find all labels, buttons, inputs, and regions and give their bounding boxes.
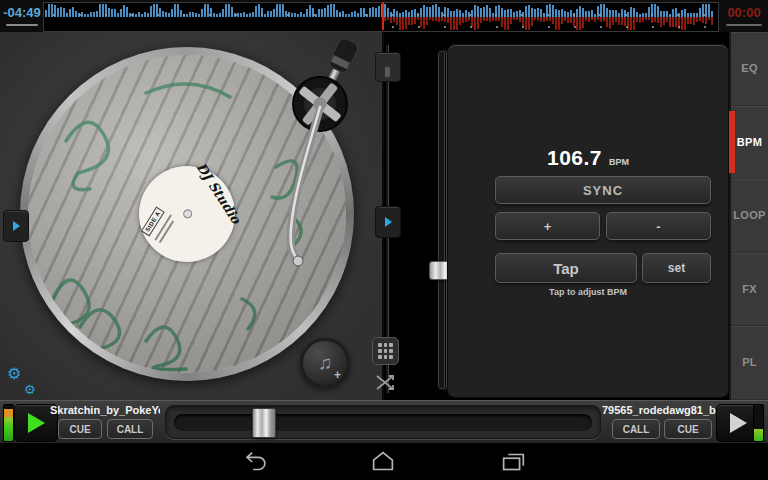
bpm-increase-button[interactable]: + (495, 212, 600, 240)
tap-button[interactable]: Tap (495, 253, 637, 283)
arrow-right-icon (385, 217, 392, 227)
music-note-icon: ♫ (318, 352, 332, 374)
tab-label: EQ (741, 62, 758, 74)
deck-a-time-underline (6, 24, 38, 26)
active-tab-indicator (729, 111, 735, 174)
deck-b-time-underline (726, 24, 762, 26)
tab-eq[interactable]: EQ (731, 32, 768, 106)
tab-loop[interactable]: LOOP (731, 179, 768, 253)
arrow-right-icon (13, 221, 20, 231)
cue-button-deck-b[interactable]: CUE (664, 419, 712, 439)
bpm-value: 106.7 (547, 146, 602, 169)
vu-level (4, 409, 13, 441)
crossed-arrows-icon (375, 373, 397, 393)
call-button-deck-b[interactable]: CALL (612, 419, 660, 439)
tab-bpm[interactable]: BPM (731, 106, 768, 180)
rail-slider-handle[interactable] (375, 52, 401, 82)
crossfade-swap-button[interactable] (373, 370, 399, 396)
deck-a-time-remaining: -04:49 (2, 5, 42, 20)
android-nav-bar (0, 443, 768, 480)
tab-fx[interactable]: FX (731, 253, 768, 327)
handle-notch (385, 67, 390, 77)
dj-studio-screen: -04:49 00:00 (0, 0, 768, 480)
bpm-unit-label: BPM (609, 157, 629, 167)
crossfader-handle[interactable] (252, 408, 276, 438)
right-sidebar: EQ BPM LOOP FX PL (729, 32, 768, 400)
playhead-marker (382, 2, 384, 30)
vu-meter-deck-a (3, 404, 14, 442)
waveform-deck-b[interactable] (384, 17, 715, 30)
back-button[interactable] (240, 447, 270, 477)
load-track-button[interactable]: ♫ + (300, 338, 350, 388)
sync-button[interactable]: SYNC (495, 176, 711, 204)
tab-label: PL (742, 356, 757, 368)
tab-label: FX (742, 283, 757, 295)
waveform-topbar: -04:49 00:00 (0, 0, 768, 32)
tab-label: BPM (737, 136, 762, 148)
sampler-pad-button[interactable] (372, 337, 399, 365)
recent-apps-button[interactable] (498, 447, 528, 477)
crossfader (165, 405, 601, 439)
call-button-deck-a[interactable]: CALL (107, 419, 153, 439)
cue-button-deck-a[interactable]: CUE (58, 419, 102, 439)
play-icon (730, 413, 747, 433)
expand-left-panel-button[interactable] (3, 210, 29, 242)
vu-meter-deck-b (753, 404, 764, 442)
play-icon (28, 413, 45, 433)
turntable-deck-a: SIDE A DJ Studio (0, 32, 384, 400)
gear-icon[interactable]: ⚙ (24, 383, 36, 396)
tab-pl[interactable]: PL (731, 326, 768, 400)
crossfader-groove[interactable] (174, 414, 592, 431)
bpm-decrease-button[interactable]: - (606, 212, 711, 240)
beat-markers-deck-a (45, 14, 715, 16)
bpm-hint-text: Tap to adjust BPM (448, 287, 728, 297)
bpm-panel: 106.7BPM SYNC + - Tap set Tap to adjust … (447, 44, 729, 398)
set-button[interactable]: set (642, 253, 711, 283)
gear-icon[interactable]: ⚙ (7, 366, 21, 382)
home-button[interactable] (368, 447, 398, 477)
track-title-deck-b: 79565_rodedawg81_bea (602, 404, 718, 416)
deck-b-time-elapsed: 00:00 (722, 5, 766, 20)
plus-icon: + (334, 368, 341, 382)
deck-control-bar: Skratchin_by_PokeYoul CUE CALL 79565_rod… (0, 400, 768, 443)
bpm-readout: 106.7BPM (448, 146, 728, 170)
tab-label: LOOP (733, 209, 765, 221)
beat-markers-deck-b (384, 26, 715, 28)
vu-level (754, 429, 763, 441)
pitch-slider-track[interactable] (437, 50, 446, 390)
expand-center-panel-button[interactable] (375, 206, 401, 238)
track-title-deck-a: Skratchin_by_PokeYoul (50, 404, 160, 416)
